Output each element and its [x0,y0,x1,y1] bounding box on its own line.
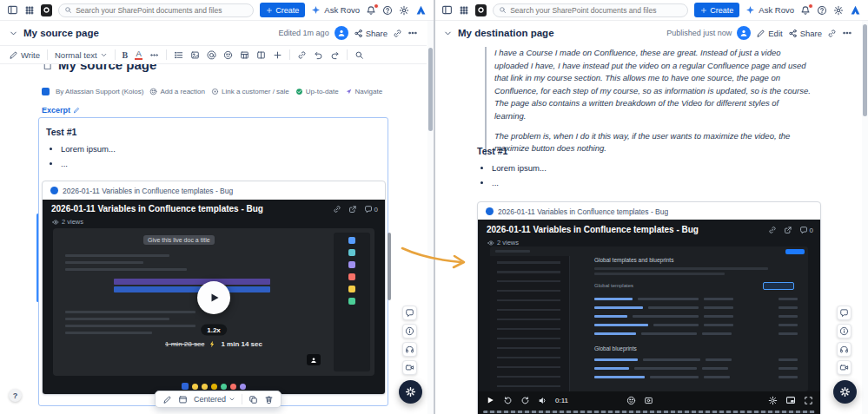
add-reaction-button[interactable]: Add a reaction [149,88,205,95]
link-customer-button[interactable]: Link a customer / sale [211,88,289,95]
reaction-icon[interactable] [626,396,636,405]
emoji-icon[interactable] [223,50,233,60]
chevron-down-icon[interactable] [9,29,18,38]
app-logo[interactable] [41,4,52,16]
info-float-button[interactable] [837,324,851,338]
avatar[interactable] [335,26,348,40]
create-button[interactable]: Create [694,3,739,17]
volume-icon[interactable] [538,396,547,405]
link-icon[interactable] [827,29,837,38]
sidebar-toggle-icon[interactable] [7,4,18,16]
fullscreen-icon[interactable] [804,396,813,405]
more-formatting-icon[interactable] [149,50,159,60]
window-scrollbar[interactable] [427,21,434,414]
up-to-date-status[interactable]: Up-to-date [295,88,339,95]
atlassian-logo[interactable] [415,4,427,16]
layout-icon[interactable] [256,50,266,60]
comments-button[interactable]: 0 [799,226,813,234]
help-button[interactable] [382,5,393,16]
alignment-dropdown[interactable]: Centered [194,395,235,404]
open-external-icon[interactable] [784,226,792,234]
table-icon[interactable] [240,50,249,60]
ask-rovo-button[interactable]: Ask Rovo [311,5,360,15]
ask-rovo-button[interactable]: Ask Rovo [745,5,794,15]
text-color-button[interactable]: A [135,49,142,60]
redo-icon[interactable] [330,50,340,60]
copy-link-icon[interactable] [768,226,777,234]
notifications-button[interactable] [800,5,811,16]
avatar[interactable] [737,26,751,40]
excerpt-macro-label[interactable]: Excerpt [42,106,80,115]
record-fab[interactable] [399,380,422,404]
list-item: ... [61,156,116,171]
create-button[interactable]: Create [260,3,305,17]
link-icon[interactable] [393,29,402,38]
play-button[interactable] [197,281,230,314]
text-style-dropdown[interactable]: Normal text [55,50,108,60]
help-fab[interactable]: ? [9,389,22,402]
list-icon[interactable] [174,50,183,60]
more-icon[interactable] [407,28,418,38]
inner-scrollbar-thumb[interactable] [388,233,391,300]
smart-link-header[interactable]: 2026-01-11 Variables in Confluence templ… [43,181,385,200]
undo-icon[interactable] [314,50,323,60]
audio-float-button[interactable] [837,342,851,357]
screenshot-icon[interactable] [644,396,653,405]
reaction-add-button[interactable] [182,383,189,390]
reaction-bar[interactable] [43,383,385,390]
chevron-down-icon[interactable] [443,29,453,38]
search-input[interactable] [76,6,248,15]
scrollbar-thumb[interactable] [863,24,867,116]
video-float-button[interactable] [402,360,417,375]
loom-icon [839,386,851,398]
mention-icon[interactable] [207,50,216,60]
copy-link-icon[interactable] [333,205,341,214]
media-edit-icon[interactable] [162,395,172,404]
smart-link-header[interactable]: 2026-01-11 Variables in Confluence templ… [478,202,820,220]
bold-button[interactable]: B [123,50,129,60]
pip-icon[interactable] [785,395,796,405]
window-scrollbar[interactable] [862,21,868,414]
delete-icon[interactable] [264,395,274,404]
image-icon[interactable] [190,50,200,60]
settings-icon[interactable] [768,396,778,405]
video-timeline[interactable] [483,411,815,413]
settings-button[interactable] [833,5,844,16]
media-card-icon[interactable] [178,395,188,404]
notification-badge [374,3,379,9]
navigate-button[interactable]: Navigate [345,88,383,95]
comment-float-button[interactable] [837,306,851,320]
more-icon[interactable] [842,28,852,38]
insert-link-icon[interactable] [297,50,307,60]
search-input[interactable] [510,6,682,15]
help-button[interactable] [817,5,827,16]
write-mode-button[interactable]: Write [9,50,40,60]
comments-button[interactable]: 0 [364,205,378,214]
settings-button[interactable] [399,5,409,16]
find-icon[interactable] [354,50,364,60]
audio-float-button[interactable] [402,342,417,357]
notifications-button[interactable] [366,5,376,16]
atlassian-logo[interactable] [850,4,861,16]
info-float-button[interactable] [402,324,417,338]
share-button[interactable]: Share [788,29,822,38]
forward-icon[interactable] [520,396,530,405]
open-external-icon[interactable] [348,205,357,214]
play-button[interactable] [485,395,495,405]
insert-plus-icon[interactable] [273,50,282,60]
comment-float-button[interactable] [402,306,417,320]
app-switcher-icon[interactable] [24,5,35,16]
rewind-icon[interactable] [503,396,513,405]
sidebar-toggle-icon[interactable] [441,4,453,16]
scrollbar-thumb[interactable] [428,48,433,131]
share-button[interactable]: Share [354,29,388,38]
video-float-button[interactable] [837,360,851,375]
copy-icon[interactable] [248,395,258,404]
search-bar[interactable] [493,3,688,17]
app-logo[interactable] [475,4,487,16]
edit-button[interactable]: Edit [756,29,782,38]
app-switcher-icon[interactable] [459,5,469,16]
playback-speed[interactable]: 1.2x [201,325,227,336]
record-fab[interactable] [833,380,857,404]
search-bar[interactable] [58,3,254,17]
